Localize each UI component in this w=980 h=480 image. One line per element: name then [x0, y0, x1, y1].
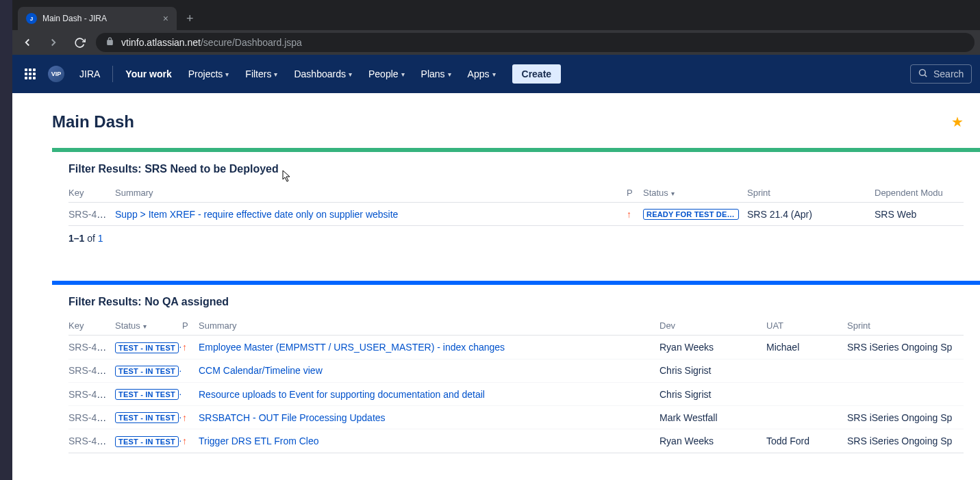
- table-row[interactable]: SRS-4651TEST - IN TESTCCM Calendar/Timel…: [68, 359, 964, 382]
- issue-summary[interactable]: Trigger DRS ETL From Cleo: [199, 435, 319, 446]
- chevron-down-icon: ▾: [401, 71, 405, 78]
- chevron-down-icon: ▾: [448, 71, 451, 78]
- chevron-down-icon: ▾: [143, 323, 147, 330]
- back-button[interactable]: [18, 33, 37, 52]
- table-row[interactable]: SRS-4202TEST - IN TEST↑Trigger DRS ETL F…: [68, 429, 964, 453]
- col-dev[interactable]: Dev: [659, 316, 766, 336]
- col-uat[interactable]: UAT: [766, 316, 847, 336]
- dev-value: Chris Sigrist: [659, 382, 766, 405]
- col-key[interactable]: Key: [68, 184, 115, 203]
- table-row[interactable]: SRS-4530TEST - IN TESTResource uploads t…: [68, 382, 964, 405]
- chevron-down-icon: ▾: [671, 190, 675, 197]
- uat-value: [766, 359, 847, 382]
- nav-apps[interactable]: Apps▾: [461, 64, 503, 84]
- gadget-no-qa-assigned: Filter Results: No QA assigned Key Statu…: [52, 281, 980, 466]
- status-badge: TEST - IN TEST: [115, 436, 179, 447]
- reload-button[interactable]: [70, 33, 89, 52]
- issue-key[interactable]: SRS-4530: [68, 389, 113, 400]
- browser-toolbar: vtinfo.atlassian.net/secure/Dashboard.js…: [12, 30, 980, 55]
- issue-key[interactable]: SRS-4202: [68, 435, 113, 446]
- status-badge: TEST - IN TEST: [115, 366, 179, 377]
- col-key[interactable]: Key: [68, 316, 115, 336]
- issue-key[interactable]: SRS-4323: [68, 412, 113, 423]
- sprint-value: [847, 359, 964, 382]
- col-p[interactable]: P: [182, 316, 199, 336]
- status-badge: READY FOR TEST DEPL...: [643, 209, 739, 220]
- issue-summary[interactable]: Supp > Item XREF - require effective dat…: [115, 209, 398, 220]
- page-title: Main Dash: [52, 112, 134, 131]
- product-logo-icon[interactable]: VIP: [48, 66, 64, 82]
- nav-plans[interactable]: Plans▾: [414, 64, 458, 84]
- left-app-sliver: [0, 0, 12, 480]
- star-icon[interactable]: ★: [951, 114, 964, 130]
- col-summary[interactable]: Summary: [115, 184, 627, 203]
- search-placeholder: Search: [933, 68, 964, 79]
- status-badge: TEST - IN TEST: [115, 342, 179, 353]
- pager-total-link[interactable]: 1: [98, 233, 103, 244]
- results-table: Key Status▾ P Summary Dev UAT Sprint SRS…: [68, 316, 964, 453]
- col-status[interactable]: Status▾: [115, 316, 182, 336]
- priority-up-icon: ↑: [182, 342, 187, 353]
- url-bar[interactable]: vtinfo.atlassian.net/secure/Dashboard.js…: [96, 33, 975, 52]
- pager: 1–1 of 1: [68, 226, 964, 251]
- tab-title: Main Dash - JIRA: [42, 14, 158, 23]
- gadget-srs-need-deploy: Filter Results: SRS Need to be Deployed …: [52, 148, 980, 264]
- issue-key[interactable]: SRS-4752: [68, 342, 113, 353]
- issue-summary[interactable]: Employee Master (EMPMSTT / URS_USER_MAST…: [199, 342, 505, 353]
- app-switcher-icon[interactable]: [21, 64, 40, 84]
- issue-summary[interactable]: CCM Calendar/Timeline view: [199, 365, 323, 376]
- sprint-value: SRS iSeries Ongoing Sp: [847, 336, 964, 359]
- sprint-value: [847, 382, 964, 405]
- product-name[interactable]: JIRA: [73, 64, 107, 84]
- dev-value: Ryan Weeks: [659, 429, 766, 453]
- uat-value: Todd Ford: [766, 429, 847, 453]
- jira-top-nav: VIP JIRA Your work Projects▾ Filters▾ Da…: [12, 55, 980, 93]
- sprint-value: SRS iSeries Ongoing Sp: [847, 406, 964, 429]
- nav-your-work[interactable]: Your work: [118, 64, 178, 84]
- dev-value: Mark Westfall: [659, 406, 766, 429]
- nav-projects[interactable]: Projects▾: [181, 64, 236, 84]
- table-row[interactable]: SRS-4752TEST - IN TEST↑Employee Master (…: [68, 336, 964, 359]
- priority-up-icon: ↑: [627, 209, 631, 220]
- col-status[interactable]: Status▾: [643, 184, 747, 203]
- nav-people[interactable]: People▾: [362, 64, 412, 84]
- nav-dashboards[interactable]: Dashboards▾: [287, 64, 359, 84]
- dev-value: Chris Sigrist: [659, 359, 766, 382]
- nav-filters[interactable]: Filters▾: [238, 64, 284, 84]
- create-button[interactable]: Create: [512, 64, 562, 84]
- chevron-down-icon: ▾: [225, 71, 229, 78]
- url-text: vtinfo.atlassian.net/secure/Dashboard.js…: [121, 37, 302, 48]
- gadget-title: Filter Results: No QA assigned: [68, 296, 964, 308]
- table-row[interactable]: SRS-4748 Supp > Item XREF - require effe…: [68, 203, 964, 226]
- uat-value: [766, 382, 847, 405]
- nav-divider: [112, 66, 113, 82]
- browser-tab[interactable]: J Main Dash - JIRA ×: [18, 7, 177, 30]
- issue-summary[interactable]: SRSBATCH - OUT File Processing Updates: [199, 412, 386, 423]
- dependent-value: SRS Web: [875, 203, 964, 226]
- svg-point-0: [920, 70, 926, 76]
- search-input[interactable]: Search: [910, 64, 972, 84]
- dev-value: Ryan Weeks: [659, 336, 766, 359]
- sprint-value: SRS iSeries Ongoing Sp: [847, 429, 964, 453]
- col-dependent[interactable]: Dependent Modu: [875, 184, 964, 203]
- issue-summary[interactable]: Resource uploads to Event for supporting…: [199, 389, 485, 400]
- results-table: Key Summary P Status▾ Sprint Dependent M…: [68, 184, 964, 226]
- search-icon: [918, 68, 928, 80]
- uat-value: [766, 406, 847, 429]
- priority-up-icon: ↑: [182, 435, 187, 446]
- issue-key[interactable]: SRS-4651: [68, 365, 113, 376]
- col-sprint[interactable]: Sprint: [747, 184, 875, 203]
- status-badge: TEST - IN TEST: [115, 389, 179, 400]
- col-p[interactable]: P: [627, 184, 643, 203]
- close-tab-icon[interactable]: ×: [163, 13, 168, 24]
- table-row[interactable]: SRS-4323TEST - IN TEST↑SRSBATCH - OUT Fi…: [68, 406, 964, 429]
- uat-value: Michael: [766, 336, 847, 359]
- col-summary[interactable]: Summary: [199, 316, 659, 336]
- priority-up-icon: ↑: [182, 412, 187, 423]
- new-tab-button[interactable]: +: [177, 7, 203, 30]
- col-sprint[interactable]: Sprint: [847, 316, 964, 336]
- forward-button[interactable]: [44, 33, 63, 52]
- gadget-title: Filter Results: SRS Need to be Deployed: [68, 163, 964, 175]
- issue-key[interactable]: SRS-4748: [68, 209, 113, 220]
- lock-icon: [105, 37, 114, 48]
